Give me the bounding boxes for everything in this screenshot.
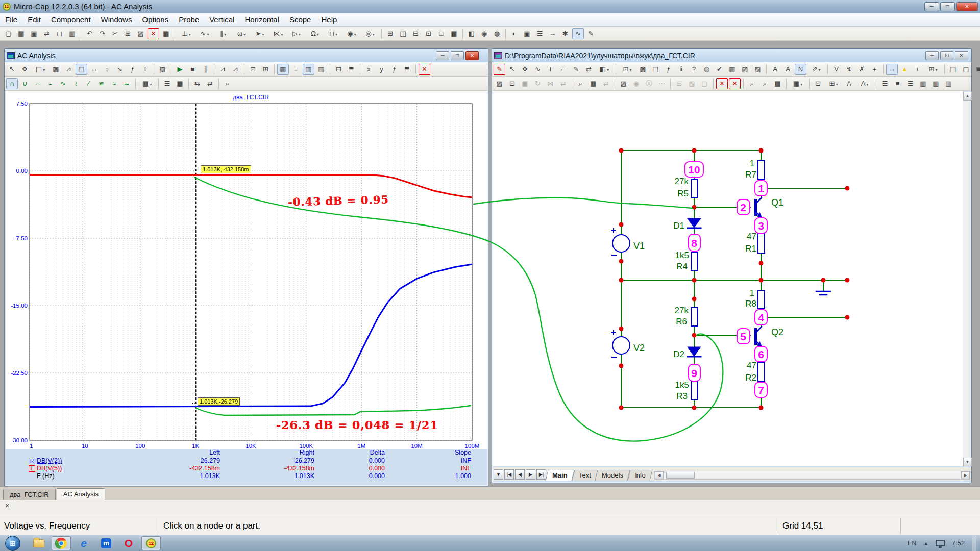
schematic-hscrollbar[interactable]: ◀ ▶ — [654, 471, 970, 480]
cascade-icon[interactable]: ⊞ — [384, 28, 396, 39]
cut-icon[interactable]: ✂ — [109, 28, 121, 39]
shape-editor-icon[interactable]: ◉ — [478, 28, 490, 39]
taskbar-chrome-icon[interactable] — [52, 536, 71, 550]
r7-name[interactable]: R7 — [745, 170, 756, 180]
image-icon[interactable]: ▩ — [637, 64, 649, 75]
cursor-left-icon[interactable]: ⊿ — [217, 64, 229, 75]
properties-icon[interactable]: ▨ — [157, 64, 168, 75]
sel-rect-icon[interactable]: ⊡ — [506, 78, 518, 89]
grid-icon-icon[interactable]: ⊞ — [924, 64, 942, 75]
node-10[interactable]: 10 — [688, 164, 700, 176]
align5-icon[interactable]: ▥ — [930, 78, 942, 89]
replace-icon[interactable]: ⇄ — [600, 78, 612, 89]
menu-windows[interactable]: Windows — [96, 14, 137, 26]
align-right-icon[interactable]: ⇄ — [204, 78, 216, 89]
align1-icon[interactable]: ☰ — [879, 78, 891, 89]
preferences-icon[interactable]: ✱ — [559, 28, 571, 39]
stripe-d-icon[interactable]: ▥ — [315, 64, 327, 75]
text-icon[interactable]: T — [545, 64, 556, 75]
cross-icon[interactable]: + — [912, 64, 923, 75]
find2-icon[interactable]: ⌕ — [575, 78, 586, 89]
page-last-button[interactable]: ▶| — [536, 469, 546, 480]
voltages-icon[interactable]: V — [830, 64, 842, 75]
plot-canvas[interactable]: 1101001K10K100K1M10M100M7.500.00-7.50-15… — [6, 91, 487, 449]
warning-icon[interactable]: ▲ — [899, 64, 911, 75]
meter-icon[interactable]: ◎ — [361, 28, 379, 39]
tag-list-icon[interactable]: ≣ — [401, 64, 413, 75]
resistor-r6[interactable] — [691, 308, 698, 326]
zpct-icon[interactable]: ▦ — [772, 78, 783, 89]
macro-icon[interactable]: Ω — [306, 28, 324, 39]
tab-info[interactable]: Info — [628, 470, 653, 481]
sch-close-button[interactable]: ✕ — [955, 51, 968, 60]
redo-icon[interactable]: ↷ — [96, 28, 108, 39]
d1-name[interactable]: D1 — [673, 221, 684, 231]
resistor-r5[interactable] — [691, 179, 698, 197]
sel-rect-icon[interactable]: ⊡ — [619, 64, 636, 75]
r2-value[interactable]: 47 — [747, 361, 756, 370]
menu-probe[interactable]: Probe — [174, 14, 204, 26]
component-panel-icon[interactable]: ◧ — [596, 64, 613, 75]
tab-text[interactable]: Text — [572, 470, 598, 481]
numeric-output-icon[interactable]: ☰ — [161, 78, 173, 89]
valley-icon[interactable]: ∪ — [19, 78, 31, 89]
close-strip-icon[interactable]: ✕ — [4, 502, 11, 509]
align6-icon[interactable]: ▥ — [943, 78, 954, 89]
cursor-handle-top[interactable] — [192, 171, 199, 178]
select-icon[interactable]: ↖ — [6, 64, 18, 75]
start-button[interactable]: ⊞ — [5, 536, 20, 551]
tab-models[interactable]: Models — [595, 470, 630, 481]
powers-icon[interactable]: ✗ — [856, 64, 868, 75]
preview-icon[interactable]: ◻ — [54, 28, 65, 39]
pan-icon[interactable]: ✥ — [19, 64, 31, 75]
readout-row-dbv5[interactable]: L DB(V(5)) -432.158m -432.158m 0.000 INF — [5, 465, 489, 472]
trace-name[interactable]: DB(V(5)) — [37, 465, 62, 472]
currents-icon[interactable]: ↯ — [843, 64, 855, 75]
resistor-r4[interactable] — [691, 252, 698, 270]
new-icon[interactable]: ▢ — [3, 28, 14, 39]
align3-icon[interactable]: ☰ — [904, 78, 916, 89]
r4-value[interactable]: 1k5 — [675, 251, 689, 260]
global-low-icon[interactable]: ≈ — [108, 78, 120, 89]
tag-fx-icon[interactable]: ƒ — [388, 64, 400, 75]
inflection-icon[interactable]: ∿ — [57, 78, 69, 89]
ac-window-titlebar[interactable]: AC Analysis ─ □ ✕ — [5, 49, 488, 62]
flip-icon[interactable]: ⇄ — [557, 78, 569, 89]
undo-icon[interactable]: ↶ — [84, 28, 95, 39]
node-9[interactable]: 9 — [691, 367, 697, 379]
node-8[interactable]: 8 — [691, 237, 697, 249]
sch-minimize-button[interactable]: ─ — [925, 51, 939, 60]
wire-diag-icon[interactable]: ⌐ — [557, 64, 569, 75]
clipboard-icon[interactable]: ▤ — [138, 78, 156, 89]
align4-icon[interactable]: ▥ — [917, 78, 929, 89]
newpage-icon[interactable]: ▢ — [699, 78, 710, 89]
node-5[interactable]: 5 — [740, 331, 746, 342]
menu-vertical[interactable]: Vertical — [204, 14, 239, 26]
checklist-icon[interactable]: ☰ — [534, 28, 546, 39]
transistor-icon[interactable]: ⋉ — [270, 28, 287, 39]
resistor-r8[interactable] — [758, 290, 765, 309]
paste2-icon[interactable]: ▨ — [618, 78, 629, 89]
run-icon[interactable]: ▶ — [174, 64, 186, 75]
r8-value[interactable]: 1 — [750, 288, 754, 298]
delete-icon[interactable]: ✕ — [148, 28, 159, 39]
node-1[interactable]: 1 — [758, 183, 764, 194]
open-icon[interactable]: ▤ — [15, 28, 27, 39]
wire-icon[interactable]: ∿ — [532, 64, 544, 75]
trace-name[interactable]: DB(V(2)) — [37, 457, 62, 464]
resistor-icon[interactable]: ∿ — [196, 28, 213, 39]
probe-icon[interactable]: ✎ — [585, 28, 597, 39]
help-icon[interactable]: ? — [688, 64, 700, 75]
taskbar-maxthon-icon[interactable]: m — [96, 536, 116, 550]
gmin-icon[interactable]: ≀ — [70, 78, 82, 89]
tag-y-icon[interactable]: y — [376, 64, 387, 75]
conditions-icon[interactable]: ＋ — [869, 64, 880, 75]
menu-options[interactable]: Options — [137, 14, 174, 26]
border-icon-icon[interactable]: ▤ — [947, 64, 959, 75]
battery-icon[interactable]: ◉ — [343, 28, 360, 39]
tag-x-icon[interactable]: x — [363, 64, 375, 75]
region-icon[interactable]: ▦ — [160, 28, 172, 39]
ground-symbol[interactable] — [816, 291, 830, 295]
schematic-vscrollbar[interactable]: ▲ ▼ — [963, 92, 971, 466]
high-icon[interactable]: ⌢ — [32, 78, 43, 89]
